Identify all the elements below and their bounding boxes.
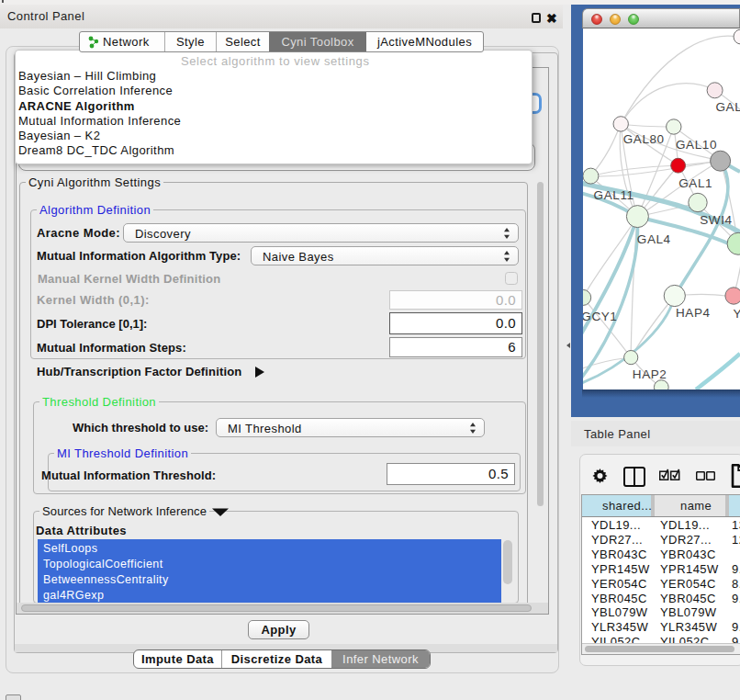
- svg-text:GAL80: GAL80: [623, 132, 665, 146]
- svg-text:GAL11: GAL11: [594, 188, 634, 202]
- svg-text:SWI4: SWI4: [700, 213, 732, 227]
- svg-text:HAP4: HAP4: [676, 306, 711, 320]
- svg-text:GCY1: GCY1: [583, 310, 617, 323]
- svg-text:GAL1: GAL1: [678, 176, 712, 190]
- svg-text:HAP2: HAP2: [633, 367, 667, 381]
- svg-text:GAL4: GAL4: [637, 232, 671, 246]
- svg-text:GAL10: GAL10: [676, 138, 717, 152]
- svg-text:Y: Y: [734, 307, 740, 321]
- svg-text:GAL2: GAL2: [716, 100, 740, 114]
